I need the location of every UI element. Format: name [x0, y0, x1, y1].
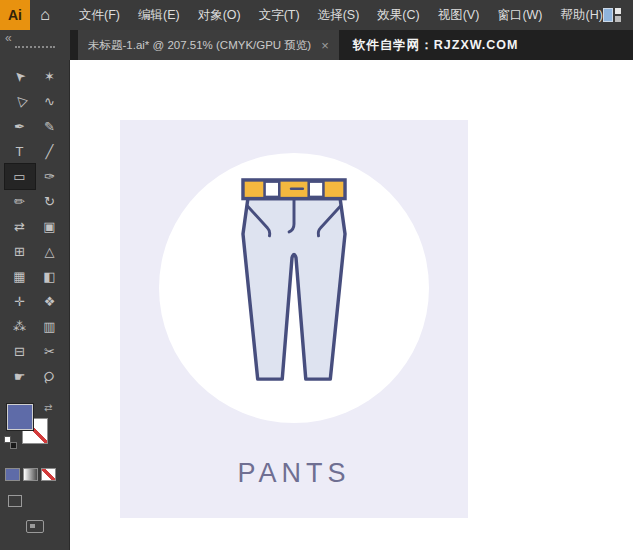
perspective-grid-tool-icon: △	[45, 245, 55, 258]
default-fill-mini	[10, 442, 17, 449]
zoom-tool-icon: Q	[41, 368, 57, 384]
type-tool[interactable]: T	[5, 139, 35, 164]
swap-fill-stroke-icon[interactable]: ⇄	[44, 402, 52, 413]
tools-panel: ➤✶▷∿✒✎T╱▭✑✏↻⇄▣⊞△▦◧✛❖⁂▥⊟✂☛Q ⇄	[0, 60, 70, 550]
workspace-switcher-pane	[603, 8, 613, 22]
menu-bar: Ai ⌂ 文件(F)编辑(E)对象(O)文字(T)选择(S)效果(C)视图(V)…	[0, 0, 633, 30]
hand-tool[interactable]: ☛	[5, 364, 35, 389]
workspace-switcher-icon[interactable]	[603, 8, 621, 22]
width-tool[interactable]: ⇄	[5, 214, 35, 239]
blend-tool-icon: ❖	[44, 295, 56, 308]
gradient-tool[interactable]: ◧	[35, 264, 65, 289]
collapse-dock-icon[interactable]: «	[5, 31, 12, 45]
line-segment-tool[interactable]: ╱	[35, 139, 65, 164]
workspace-switcher-pane	[615, 16, 621, 22]
menu-item-type[interactable]: 文字(T)	[250, 0, 309, 30]
direct-selection-tool[interactable]: ▷	[5, 89, 35, 114]
shape-builder-tool-icon: ⊞	[14, 245, 25, 258]
artwork-caption: PANTS	[120, 458, 468, 489]
rectangle-tool[interactable]: ▭	[5, 164, 35, 189]
column-graph-tool[interactable]: ▥	[35, 314, 65, 339]
document-tab-label: 未标题-1.ai* @ 207.51% (CMYK/GPU 预览)	[88, 38, 311, 53]
mesh-tool-icon: ▦	[13, 270, 25, 283]
tool-grid: ➤✶▷∿✒✎T╱▭✑✏↻⇄▣⊞△▦◧✛❖⁂▥⊟✂☛Q	[0, 60, 69, 389]
lasso-tool[interactable]: ∿	[35, 89, 65, 114]
magic-wand-tool-icon: ✶	[44, 70, 55, 83]
tab-close-icon[interactable]: ×	[321, 38, 329, 53]
tab-bar: « 未标题-1.ai* @ 207.51% (CMYK/GPU 预览) × 软件…	[0, 30, 633, 60]
fill-stroke-swatches: ⇄	[0, 400, 70, 464]
curvature-tool-icon: ✎	[44, 120, 55, 133]
color-mode-buttons	[0, 468, 70, 481]
menu-item-object[interactable]: 对象(O)	[189, 0, 250, 30]
waistband-stripe-right	[309, 182, 324, 197]
direct-selection-tool-icon: ▷	[11, 93, 27, 109]
paintbrush-tool-icon: ✑	[44, 170, 55, 183]
menu-item-view[interactable]: 视图(V)	[429, 0, 489, 30]
eyedropper-tool-icon: ✛	[14, 295, 25, 308]
slice-tool-icon: ✂	[44, 345, 55, 358]
document-tab[interactable]: 未标题-1.ai* @ 207.51% (CMYK/GPU 预览) ×	[78, 30, 339, 60]
document-canvas[interactable]: PANTS	[70, 60, 633, 550]
pen-tool-icon: ✒	[14, 120, 25, 133]
menu-item-window[interactable]: 窗口(W)	[488, 0, 551, 30]
toolbar-dock-header: «	[0, 30, 70, 60]
symbol-sprayer-tool-icon: ⁂	[13, 320, 26, 333]
rectangle-tool-icon: ▭	[13, 170, 25, 183]
pants-illustration[interactable]	[235, 177, 353, 385]
artboard-tool[interactable]: ⊟	[5, 339, 35, 364]
symbol-sprayer-tool[interactable]: ⁂	[5, 314, 35, 339]
menu-item-select[interactable]: 选择(S)	[309, 0, 369, 30]
gradient-tool-icon: ◧	[43, 270, 55, 283]
mesh-tool[interactable]: ▦	[5, 264, 35, 289]
watermark-text: 软件自学网：RJZXW.COM	[353, 30, 519, 60]
width-tool-icon: ⇄	[14, 220, 25, 233]
menu-item-edit[interactable]: 编辑(E)	[129, 0, 189, 30]
pencil-tool[interactable]: ✏	[5, 189, 35, 214]
pencil-tool-icon: ✏	[14, 195, 25, 208]
menu-item-file[interactable]: 文件(F)	[70, 0, 129, 30]
shape-builder-tool[interactable]: ⊞	[5, 239, 35, 264]
hand-tool-icon: ☛	[14, 370, 26, 383]
change-screen-mode-button[interactable]	[26, 520, 44, 533]
selection-tool[interactable]: ➤	[5, 64, 35, 89]
selection-tool-icon: ➤	[11, 68, 28, 85]
line-segment-tool-icon: ╱	[46, 145, 54, 158]
menu-bar-items: 文件(F)编辑(E)对象(O)文字(T)选择(S)效果(C)视图(V)窗口(W)…	[70, 0, 612, 30]
rotate-tool[interactable]: ↻	[35, 189, 65, 214]
illustrator-logo-icon: Ai	[0, 0, 30, 30]
gradient-button[interactable]	[23, 468, 38, 481]
curvature-tool[interactable]: ✎	[35, 114, 65, 139]
type-tool-icon: T	[16, 145, 24, 158]
rotate-tool-icon: ↻	[44, 195, 55, 208]
none-button[interactable]	[41, 468, 56, 481]
default-fill-stroke-icon[interactable]	[4, 436, 17, 449]
workspace-switcher-pane	[615, 8, 621, 14]
waistband-stripe-left	[265, 182, 280, 197]
lasso-tool-icon: ∿	[44, 95, 55, 108]
magic-wand-tool[interactable]: ✶	[35, 64, 65, 89]
column-graph-tool-icon: ▥	[43, 320, 55, 333]
screen-mode-glyph	[30, 524, 35, 528]
artboard-tool-icon: ⊟	[14, 345, 25, 358]
dock-grip-handle[interactable]	[15, 46, 55, 48]
fill-color-swatch[interactable]	[7, 404, 33, 430]
paintbrush-tool[interactable]: ✑	[35, 164, 65, 189]
blend-tool[interactable]: ❖	[35, 289, 65, 314]
eyedropper-tool[interactable]: ✛	[5, 289, 35, 314]
slice-tool[interactable]: ✂	[35, 339, 65, 364]
perspective-grid-tool[interactable]: △	[35, 239, 65, 264]
free-transform-tool[interactable]: ▣	[35, 214, 65, 239]
free-transform-tool-icon: ▣	[43, 220, 55, 233]
zoom-tool[interactable]: Q	[35, 364, 65, 389]
color-button[interactable]	[5, 468, 20, 481]
draw-normal-mode-button[interactable]	[8, 495, 22, 507]
menu-item-effect[interactable]: 效果(C)	[368, 0, 428, 30]
pen-tool[interactable]: ✒	[5, 114, 35, 139]
home-icon[interactable]: ⌂	[30, 6, 60, 24]
